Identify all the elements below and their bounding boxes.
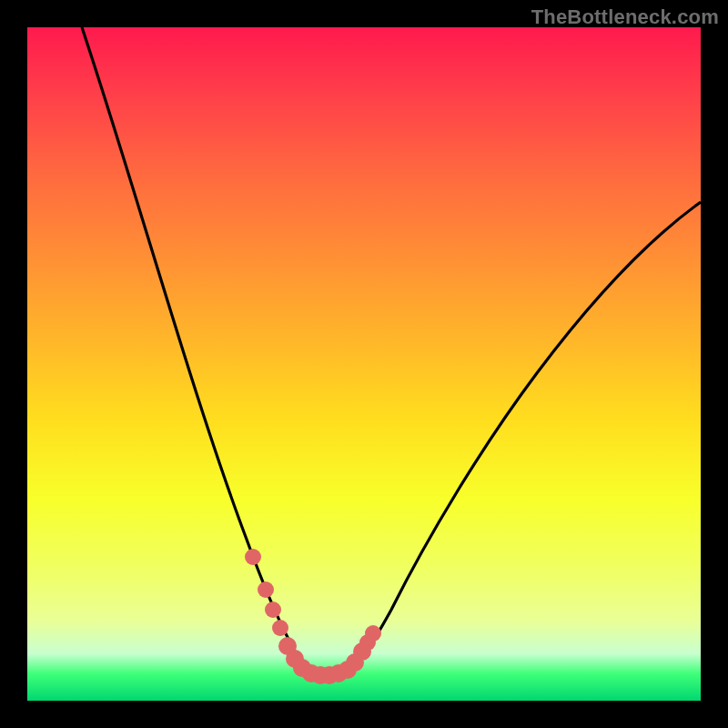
marker-dot: [245, 549, 261, 565]
marker-dot: [359, 634, 376, 651]
marker-dot: [272, 620, 288, 636]
marker-dot: [258, 581, 274, 598]
bottleneck-curve: [82, 27, 701, 673]
marker-dot: [265, 602, 281, 618]
marker-dot: [293, 659, 311, 677]
marker-dot: [346, 653, 364, 672]
marker-dot: [365, 625, 381, 642]
marker-dot: [286, 650, 304, 668]
marker-dot: [278, 637, 297, 655]
marker-dot: [353, 642, 371, 661]
marker-dot: [302, 664, 320, 682]
marker-dot: [329, 664, 348, 682]
marker-dot: [339, 661, 357, 679]
plot-frame: [27, 27, 701, 701]
bottleneck-chart: [27, 27, 701, 701]
watermark-text: TheBottleneck.com: [531, 5, 719, 29]
marker-group: [245, 549, 381, 684]
marker-dot: [311, 666, 329, 684]
marker-dot: [320, 666, 339, 684]
